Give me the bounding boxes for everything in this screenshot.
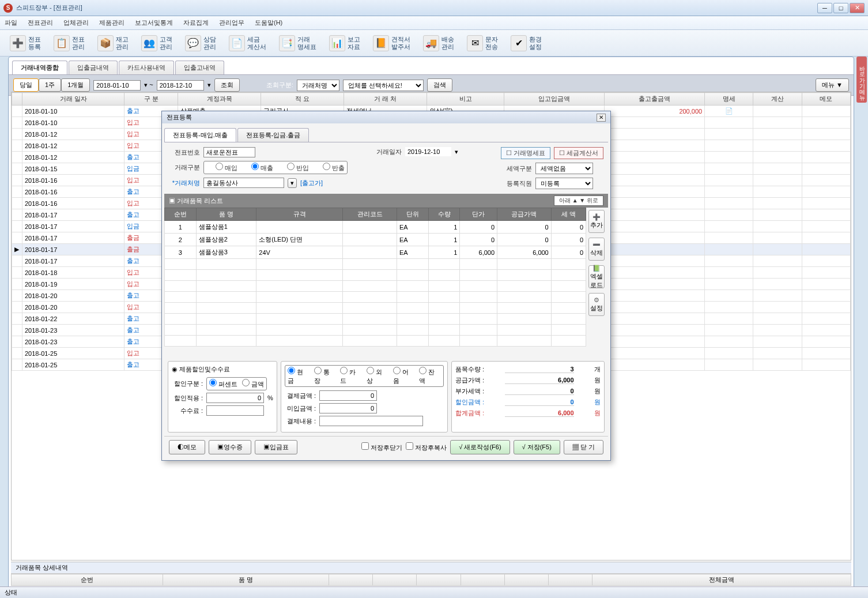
radio-option[interactable]: 매입 bbox=[206, 163, 237, 172]
menu-item[interactable]: 관리업무 bbox=[219, 18, 244, 27]
unpaid-input[interactable] bbox=[319, 403, 377, 413]
savecopy-checkbox[interactable]: 저장후복사 bbox=[406, 442, 447, 452]
pay-note-input[interactable] bbox=[319, 416, 423, 426]
memo-button[interactable]: ◐메모 bbox=[169, 440, 205, 454]
toolbar-button[interactable]: ➕전표 등록 bbox=[5, 33, 46, 53]
search2-button[interactable]: 검색 bbox=[427, 78, 452, 92]
receipt-button[interactable]: ▣영수증 bbox=[209, 440, 251, 454]
radio-option[interactable]: 매출 bbox=[242, 163, 273, 172]
company-combo[interactable]: 업체를 선택하세요! bbox=[343, 80, 424, 91]
customer-input[interactable] bbox=[203, 178, 284, 188]
item-grid[interactable]: 순번품 명규격관리코드단위수량단가공급가액세 액1샘플상품1EA10002샘플상… bbox=[164, 208, 586, 358]
toolbar-icon: ✉ bbox=[467, 35, 483, 51]
radio-option[interactable]: 현금 bbox=[288, 367, 310, 385]
radio-option[interactable]: 어음 bbox=[393, 367, 415, 385]
trans-type-radios[interactable]: 매입 매출 반입 반출 bbox=[203, 161, 348, 174]
minimize-button[interactable]: ─ bbox=[817, 3, 832, 13]
radio-option[interactable]: 반출 bbox=[314, 163, 345, 172]
menu-button[interactable]: 메뉴 ▼ bbox=[816, 78, 849, 92]
payment-type-radios[interactable]: 현금 통장 카드 외상 어음 잔액 bbox=[285, 365, 444, 387]
close-button[interactable]: ✕ bbox=[850, 3, 865, 13]
menu-item[interactable]: 업체관리 bbox=[63, 18, 89, 27]
menu-item[interactable]: 도움말(H) bbox=[255, 18, 282, 27]
toolbar-button[interactable]: ✔환경 설정 bbox=[505, 33, 547, 53]
new-button[interactable]: √ 새로작성(F6) bbox=[450, 440, 510, 454]
radio-option[interactable]: 잔액 bbox=[419, 367, 441, 385]
date-to-input[interactable] bbox=[157, 80, 204, 91]
content-tab[interactable]: 입출금내역 bbox=[69, 61, 118, 74]
slip-no-input[interactable] bbox=[203, 147, 255, 157]
content-tab[interactable]: 거래내역종합 bbox=[12, 61, 67, 74]
tax-type-label: 세액구분 bbox=[501, 164, 532, 173]
saveclose-checkbox[interactable]: 저장후닫기 bbox=[361, 442, 402, 452]
menu-item[interactable]: 보고서및통계 bbox=[135, 18, 173, 27]
save-button[interactable]: √ 저장(F5) bbox=[514, 440, 560, 454]
period-button[interactable]: 1주 bbox=[39, 78, 61, 92]
modal-tab[interactable]: 전표등록-매입.매출 bbox=[164, 128, 236, 142]
discount-panel: ◉ 제품할인및수수료 할인구분 : 퍼센트 금액 할인적용 : % 수수료 : bbox=[168, 361, 277, 432]
period-button[interactable]: 1개월 bbox=[61, 78, 90, 92]
menu-item[interactable]: 자료집계 bbox=[183, 18, 209, 27]
radio-option[interactable]: 반입 bbox=[278, 163, 309, 172]
item-nav-buttons[interactable]: 아래 ▲ ▼ 위로 bbox=[554, 195, 603, 206]
menubar: 파일전표관리업체관리제품관리보고서및통계자료집계관리업무도움말(H) bbox=[0, 16, 868, 30]
toolbar-button[interactable]: 📙견적서 발주서 bbox=[368, 33, 416, 53]
toolbar-button[interactable]: 📊보고 자료 bbox=[324, 33, 365, 53]
content-tab[interactable]: 입출고내역 bbox=[175, 61, 224, 74]
taxinv-checkbox[interactable]: ☐ 세금계산서 bbox=[554, 147, 603, 159]
group-combo[interactable]: 거래처명 bbox=[297, 80, 339, 91]
item-side-button[interactable]: ➖삭제 bbox=[588, 238, 605, 261]
toolbar-icon: ➕ bbox=[10, 35, 26, 51]
modal-close-button[interactable]: ✕ bbox=[597, 114, 606, 122]
item-row[interactable]: 2샘플상품2소형(LED) 단면EA1000 bbox=[165, 234, 586, 246]
toolbar-button[interactable]: 📋전표 관리 bbox=[48, 33, 90, 53]
toolbar-icon: 📋 bbox=[54, 35, 70, 51]
maximize-button[interactable]: □ bbox=[833, 3, 848, 13]
radio-option[interactable]: 금액 bbox=[242, 379, 264, 389]
customer-label: *거래처명 bbox=[169, 179, 200, 187]
tax-type-combo[interactable]: 세액없음 bbox=[535, 163, 593, 174]
pay-note-label: 결제내용 : bbox=[285, 417, 316, 426]
toolbar-button[interactable]: 📄세금 계산서 bbox=[224, 33, 271, 53]
shortcut-sidepanel[interactable]: 바로가기메뉴 bbox=[856, 57, 867, 103]
radio-option[interactable]: 외상 bbox=[367, 367, 388, 385]
modal-close2-button[interactable]: ▦ 닫 기 bbox=[564, 440, 603, 454]
date-from-input[interactable] bbox=[93, 80, 141, 91]
fee-input[interactable] bbox=[206, 405, 264, 416]
trans-date-input[interactable] bbox=[405, 147, 451, 156]
toolbar-button[interactable]: 💬상담 관리 bbox=[180, 33, 221, 53]
search-button[interactable]: 조회 bbox=[214, 78, 240, 92]
radio-option[interactable]: 통장 bbox=[314, 367, 336, 385]
menu-item[interactable]: 제품관리 bbox=[99, 18, 124, 27]
toolbar-icon: 💬 bbox=[185, 35, 201, 51]
menu-item[interactable]: 파일 bbox=[5, 18, 17, 27]
toolbar-button[interactable]: 🚚배송 관리 bbox=[418, 33, 459, 53]
discount-rate-input[interactable] bbox=[206, 393, 264, 403]
toolbar-button[interactable]: ✉문자 전송 bbox=[462, 33, 503, 53]
unpaid-label: 미입금액 : bbox=[285, 404, 316, 413]
pay-amount-input[interactable] bbox=[319, 390, 377, 401]
payslip-button[interactable]: ▣입금표 bbox=[255, 440, 297, 454]
toolbar-button[interactable]: 📑거래 명세표 bbox=[274, 33, 322, 53]
item-side-button[interactable]: 📗엑셀 로드 bbox=[588, 265, 605, 288]
modal-tab[interactable]: 전표등록-입금.출금 bbox=[237, 128, 310, 142]
radio-option[interactable]: 카드 bbox=[340, 367, 362, 385]
period-button[interactable]: 당일 bbox=[13, 78, 39, 92]
item-side-button[interactable]: ➕추가 bbox=[588, 210, 605, 233]
toolbar-button[interactable]: 👥고객 관리 bbox=[136, 33, 178, 53]
item-row[interactable]: 3샘플상품324VEA16,0006,0000 bbox=[165, 246, 586, 259]
item-row[interactable]: 1샘플상품1EA1000 bbox=[165, 221, 586, 234]
employee-combo[interactable]: 미등록 bbox=[535, 178, 593, 189]
customer-lookup-button[interactable]: ▾ bbox=[288, 178, 297, 188]
payment-panel: 현금 통장 카드 외상 어음 잔액 결제금액 : 미입금액 : 결제내용 : bbox=[281, 361, 448, 432]
item-side-button[interactable]: ⚙설정 bbox=[588, 293, 605, 316]
toolbar-button[interactable]: 📦재고 관리 bbox=[92, 33, 134, 53]
content-tab[interactable]: 카드사용내역 bbox=[119, 61, 174, 74]
radio-option[interactable]: 퍼센트 bbox=[209, 379, 237, 389]
price-type-link[interactable]: [출고가] bbox=[300, 179, 323, 187]
discount-type-radios[interactable]: 퍼센트 금액 bbox=[206, 377, 267, 390]
menu-item[interactable]: 전표관리 bbox=[28, 18, 53, 27]
stmt-checkbox[interactable]: ☐ 거래명세표 bbox=[501, 147, 550, 159]
modal-title: 전표등록 bbox=[167, 113, 192, 122]
toolbar-icon: 👥 bbox=[141, 35, 157, 51]
